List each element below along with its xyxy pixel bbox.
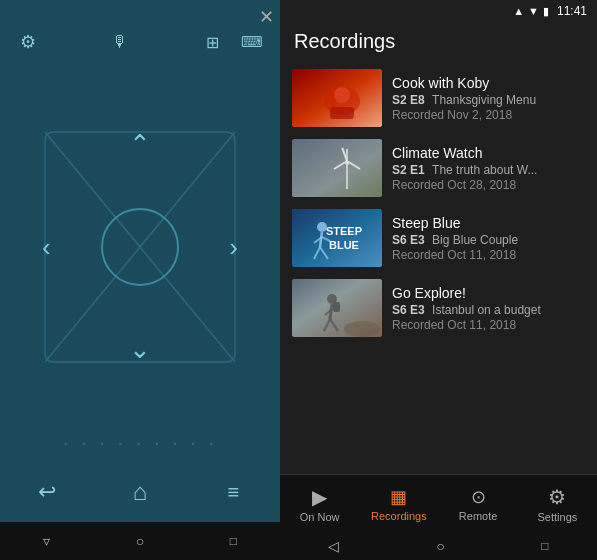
recording-title: Go Explore! xyxy=(392,285,585,301)
android-nav: ◁ ○ □ xyxy=(280,532,597,560)
episode-title-text: Istanbul on a budget xyxy=(432,303,541,317)
svg-line-3 xyxy=(45,247,140,362)
time-display: 11:41 xyxy=(557,4,587,18)
android-back-icon[interactable]: ▿ xyxy=(43,533,50,549)
recording-thumbnail xyxy=(292,69,382,127)
recordings-list: Cook with Koby S2 E8 Thanksgiving Menu R… xyxy=(280,59,597,474)
mic-icon[interactable]: 🎙 xyxy=(104,26,136,58)
svg-line-1 xyxy=(45,132,140,247)
left-remote-panel: ⚙ 🎙 ⊞ ⌨ ✕ ⌃ ⌄ ‹ › xyxy=(0,0,280,560)
dpad-down-button[interactable]: ⌄ xyxy=(129,334,151,365)
recording-date: Recorded Oct 28, 2018 xyxy=(392,178,585,192)
svg-point-32 xyxy=(344,321,380,337)
dpad-left-button[interactable]: ‹ xyxy=(42,232,51,263)
dpad-container: ⌃ ⌄ ‹ › xyxy=(40,127,240,367)
android-recents-icon[interactable]: □ xyxy=(230,534,237,548)
recordings-label: Recordings xyxy=(371,510,427,522)
recording-date: Recorded Oct 11, 2018 xyxy=(392,248,585,262)
svg-text:STEEP: STEEP xyxy=(326,225,362,237)
on-now-icon: ▶ xyxy=(312,485,327,509)
recording-title: Climate Watch xyxy=(392,145,585,161)
nav-item-recordings[interactable]: ▦ Recordings xyxy=(359,475,438,532)
episode-title-text: Thanksgiving Menu xyxy=(432,93,536,107)
recording-thumbnail: STEEP BLUE xyxy=(292,209,382,267)
right-panel: ▲ ▼ ▮ 11:41 Recordings xyxy=(280,0,597,560)
dpad-right-button[interactable]: › xyxy=(229,232,238,263)
recordings-header: Recordings xyxy=(280,22,597,59)
recording-thumbnail xyxy=(292,279,382,337)
dots-grid: · · · · · · · · · xyxy=(0,430,280,464)
recording-info: Cook with Koby S2 E8 Thanksgiving Menu R… xyxy=(392,75,585,122)
recording-item[interactable]: Cook with Koby S2 E8 Thanksgiving Menu R… xyxy=(280,63,597,133)
recording-title: Cook with Koby xyxy=(392,75,585,91)
recording-title: Steep Blue xyxy=(392,215,585,231)
episode-title-text: Big Blue Couple xyxy=(432,233,518,247)
grid-icon[interactable]: ⊞ xyxy=(196,26,228,58)
signal-icon: ▲ xyxy=(513,5,524,17)
recording-item[interactable]: Climate Watch S2 E1 The truth about W...… xyxy=(280,133,597,203)
status-bar: ▲ ▼ ▮ 11:41 xyxy=(280,0,597,22)
android-recents-icon[interactable]: □ xyxy=(541,539,548,553)
left-bottom-bar: ↩ ⌂ ≡ xyxy=(0,464,280,522)
recording-episode: S6 E3 Istanbul on a budget xyxy=(392,303,585,317)
android-nav-left: ▿ ○ □ xyxy=(0,522,280,560)
svg-text:BLUE: BLUE xyxy=(329,239,359,251)
settings-label: Settings xyxy=(538,511,578,523)
svg-line-2 xyxy=(140,132,235,247)
settings-nav-icon: ⚙ xyxy=(548,485,566,509)
keyboard-icon[interactable]: ⌨ xyxy=(236,26,268,58)
recording-info: Steep Blue S6 E3 Big Blue Couple Recorde… xyxy=(392,215,585,262)
settings-icon[interactable]: ⚙ xyxy=(12,26,44,58)
android-back-icon[interactable]: ◁ xyxy=(328,538,339,554)
back-button[interactable]: ↩ xyxy=(27,474,67,510)
nav-item-settings[interactable]: ⚙ Settings xyxy=(518,475,597,532)
svg-rect-8 xyxy=(330,107,354,119)
android-home-icon[interactable]: ○ xyxy=(436,538,444,554)
wifi-icon: ▼ xyxy=(528,5,539,17)
recording-info: Climate Watch S2 E1 The truth about W...… xyxy=(392,145,585,192)
dpad-up-button[interactable]: ⌃ xyxy=(129,129,151,160)
remote-icon: ⊙ xyxy=(471,486,486,508)
on-now-label: On Now xyxy=(300,511,340,523)
nav-item-on-now[interactable]: ▶ On Now xyxy=(280,475,359,532)
bottom-nav: ▶ On Now ▦ Recordings ⊙ Remote ⚙ Setting… xyxy=(280,474,597,532)
android-home-icon[interactable]: ○ xyxy=(136,533,144,549)
recording-episode: S2 E1 The truth about W... xyxy=(392,163,585,177)
nav-item-remote[interactable]: ⊙ Remote xyxy=(439,475,518,532)
recording-date: Recorded Oct 11, 2018 xyxy=(392,318,585,332)
recording-episode: S6 E3 Big Blue Couple xyxy=(392,233,585,247)
remote-label: Remote xyxy=(459,510,498,522)
home-button[interactable]: ⌂ xyxy=(120,474,160,510)
svg-point-9 xyxy=(334,87,350,103)
svg-rect-31 xyxy=(333,302,340,312)
close-icon[interactable]: ✕ xyxy=(259,6,274,28)
page-title: Recordings xyxy=(294,30,583,53)
recording-info: Go Explore! S6 E3 Istanbul on a budget R… xyxy=(392,285,585,332)
recording-episode: S2 E8 Thanksgiving Menu xyxy=(392,93,585,107)
recording-item[interactable]: Go Explore! S6 E3 Istanbul on a budget R… xyxy=(280,273,597,343)
recording-item[interactable]: STEEP BLUE Steep Blue S6 E3 Big Blue Cou… xyxy=(280,203,597,273)
recordings-icon: ▦ xyxy=(390,486,407,508)
remote-dpad-area: ⌃ ⌄ ‹ › xyxy=(0,64,280,430)
svg-rect-16 xyxy=(292,209,382,267)
recording-thumbnail xyxy=(292,139,382,197)
battery-icon: ▮ xyxy=(543,5,549,18)
recording-date: Recorded Nov 2, 2018 xyxy=(392,108,585,122)
left-top-bar: ⚙ 🎙 ⊞ ⌨ ✕ xyxy=(0,20,280,64)
menu-button[interactable]: ≡ xyxy=(213,474,253,510)
svg-line-4 xyxy=(140,247,235,362)
episode-title-text: The truth about W... xyxy=(432,163,537,177)
